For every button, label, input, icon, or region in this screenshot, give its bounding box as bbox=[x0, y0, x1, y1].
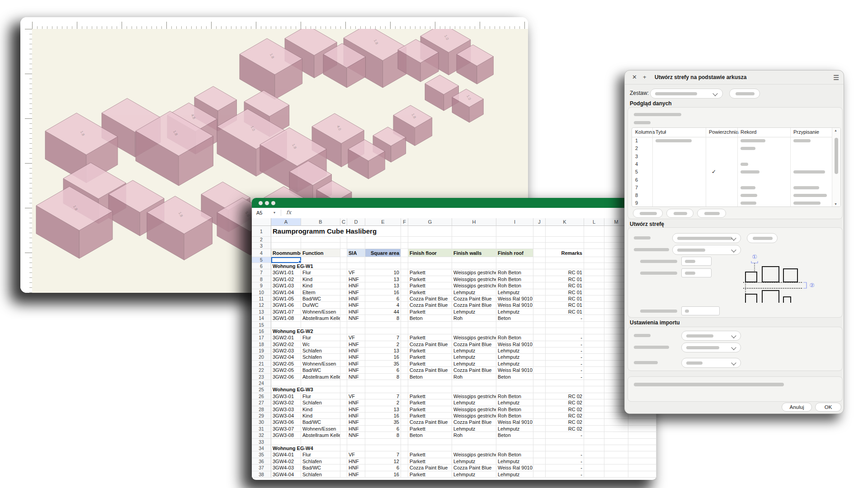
cell-A1[interactable]: Raumprogramm Cube Hasliberg bbox=[271, 226, 401, 237]
cell-C21[interactable] bbox=[340, 361, 347, 367]
cell-A30[interactable]: 3GW3-06 bbox=[271, 419, 301, 425]
cell-D16[interactable] bbox=[347, 328, 365, 334]
cell-E22[interactable]: 6 bbox=[365, 367, 401, 373]
cell-D31[interactable]: HNF bbox=[347, 426, 365, 432]
cell-I25[interactable] bbox=[496, 386, 533, 393]
cell-F6[interactable] bbox=[401, 263, 408, 269]
cell-I22[interactable]: Weiss Ral 9010 bbox=[496, 367, 533, 373]
cell-F13[interactable] bbox=[401, 309, 408, 315]
cell-H15[interactable] bbox=[452, 322, 496, 328]
row-header-3[interactable]: 3 bbox=[252, 243, 271, 249]
cell-G27[interactable]: Parkett bbox=[408, 399, 452, 406]
cell-M30[interactable] bbox=[604, 419, 628, 425]
menu-icon[interactable]: ☰ bbox=[833, 74, 839, 82]
cell-B31[interactable]: Wohnen/Essen bbox=[301, 426, 340, 432]
cell-H14[interactable]: Roh bbox=[452, 315, 496, 321]
cell-H1[interactable] bbox=[452, 226, 496, 237]
cell-E5[interactable] bbox=[365, 257, 401, 263]
cell-E4[interactable]: Square area bbox=[365, 249, 401, 257]
preview-row-9[interactable]: 9 bbox=[632, 199, 832, 207]
cell-J19[interactable] bbox=[533, 347, 546, 354]
cell-K23[interactable]: - bbox=[546, 374, 584, 380]
cell-C32[interactable] bbox=[340, 432, 347, 438]
cell-A35[interactable]: 3GW4-01 bbox=[271, 451, 301, 458]
row-header-18[interactable]: 18 bbox=[252, 341, 271, 347]
cell-J16[interactable] bbox=[533, 328, 546, 334]
cell-L28[interactable] bbox=[584, 406, 604, 413]
cell-C18[interactable] bbox=[340, 341, 347, 347]
cell-J31[interactable] bbox=[533, 426, 546, 432]
create-input-2[interactable] bbox=[681, 268, 712, 277]
cell-B38[interactable]: Schlafen bbox=[301, 471, 340, 478]
cell-J7[interactable] bbox=[533, 269, 546, 276]
cell-A8[interactable]: 3GW1-02 bbox=[271, 276, 301, 282]
cell-I10[interactable]: Lehmputz bbox=[496, 289, 533, 296]
cell-L11[interactable] bbox=[584, 296, 604, 302]
cell-H18[interactable]: Cozza Paint Blue bbox=[452, 341, 496, 347]
cell-K2[interactable] bbox=[546, 237, 584, 243]
row-header-15[interactable]: 15 bbox=[252, 322, 271, 328]
cell-E18[interactable]: 2 bbox=[365, 341, 401, 347]
cell-H6[interactable] bbox=[452, 263, 496, 269]
cell-J18[interactable] bbox=[533, 341, 546, 347]
cell-C29[interactable] bbox=[340, 413, 347, 419]
cell-A33[interactable] bbox=[271, 439, 301, 445]
cell-I15[interactable] bbox=[496, 322, 533, 328]
cell-F36[interactable] bbox=[401, 458, 408, 465]
cell-A7[interactable]: 3GW1-01 bbox=[271, 269, 301, 276]
cell-B19[interactable]: Schlafen bbox=[301, 347, 340, 354]
cell-C16[interactable] bbox=[340, 328, 347, 334]
cell-D8[interactable]: HNF bbox=[347, 276, 365, 282]
cell-E9[interactable]: 13 bbox=[365, 282, 401, 289]
cell-L16[interactable] bbox=[584, 328, 604, 334]
cell-I16[interactable] bbox=[496, 328, 533, 334]
cell-K36[interactable]: - bbox=[546, 458, 584, 465]
cell-H12[interactable]: Cozza Paint Blue bbox=[452, 302, 496, 308]
cell-D11[interactable]: HNF bbox=[347, 296, 365, 302]
cell-I7[interactable]: Roh Beton bbox=[496, 269, 533, 276]
cell-C15[interactable] bbox=[340, 322, 347, 328]
cell-C31[interactable] bbox=[340, 426, 347, 432]
cell-L32[interactable] bbox=[584, 432, 604, 438]
preview-table-scrollbar[interactable]: ▲ ▼ bbox=[832, 128, 840, 206]
cell-C30[interactable] bbox=[340, 419, 347, 425]
cell-J11[interactable] bbox=[533, 296, 546, 302]
cell-F37[interactable] bbox=[401, 465, 408, 471]
cell-B12[interactable]: Du/WC bbox=[301, 302, 340, 308]
name-box-dropdown-icon[interactable]: ▾ bbox=[274, 208, 275, 218]
cell-N32[interactable] bbox=[628, 432, 656, 438]
cell-D10[interactable]: HNF bbox=[347, 289, 365, 296]
cell-L26[interactable] bbox=[584, 393, 604, 399]
cell-I30[interactable]: Weiss Ral 9010 bbox=[496, 419, 533, 425]
cell-F11[interactable] bbox=[401, 296, 408, 302]
cell-K6[interactable] bbox=[546, 263, 584, 269]
cell-D18[interactable]: HNF bbox=[347, 341, 365, 347]
cell-D6[interactable] bbox=[347, 263, 365, 269]
formula-input[interactable] bbox=[297, 208, 656, 218]
scroll-down-icon[interactable]: ▼ bbox=[834, 202, 837, 206]
row-header-4[interactable]: 4 bbox=[252, 249, 271, 257]
cell-I21[interactable]: Lehmputz bbox=[496, 361, 533, 367]
cell-N36[interactable] bbox=[628, 458, 656, 465]
cell-D34[interactable] bbox=[347, 445, 365, 451]
cell-E24[interactable] bbox=[365, 380, 401, 386]
cell-H2[interactable] bbox=[452, 237, 496, 243]
cell-F22[interactable] bbox=[401, 367, 408, 373]
cell-K19[interactable]: - bbox=[546, 347, 584, 354]
cell-L19[interactable] bbox=[584, 347, 604, 354]
cell-A16[interactable]: Wohnung EG-W2 bbox=[271, 328, 340, 334]
cell-I12[interactable]: Weiss Ral 9010 bbox=[496, 302, 533, 308]
import-select-1[interactable] bbox=[681, 331, 741, 341]
cell-I33[interactable] bbox=[496, 439, 533, 445]
cell-F24[interactable] bbox=[401, 380, 408, 386]
row-header-36[interactable]: 36 bbox=[252, 458, 271, 465]
cell-E10[interactable]: 16 bbox=[365, 289, 401, 296]
cell-H32[interactable]: Roh bbox=[452, 432, 496, 438]
cell-L34[interactable] bbox=[584, 445, 604, 451]
cell-J35[interactable] bbox=[533, 451, 546, 458]
cell-F20[interactable] bbox=[401, 354, 408, 360]
close-icon[interactable]: ✕ bbox=[632, 74, 637, 80]
cell-A18[interactable]: 3GW2-02 bbox=[271, 341, 301, 347]
cell-J12[interactable] bbox=[533, 302, 546, 308]
cell-A22[interactable]: 3GW2-05 bbox=[271, 367, 301, 373]
